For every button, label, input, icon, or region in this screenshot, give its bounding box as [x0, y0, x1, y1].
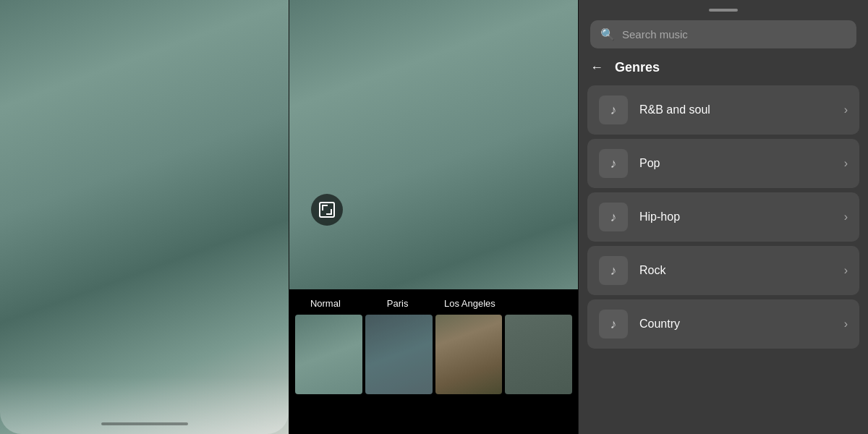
filter-label-extra[interactable]	[506, 298, 578, 309]
genre-name-hiphop: Hip-hop	[639, 210, 833, 224]
panel-phone-gradient	[0, 0, 289, 434]
genre-item-hiphop[interactable]: ♪ Hip-hop ›	[587, 192, 859, 242]
filter-thumb-extra[interactable]	[505, 315, 572, 394]
genre-name-country: Country	[639, 318, 833, 331]
genre-item-country[interactable]: ♪ Country ›	[587, 299, 859, 349]
filter-label-normal[interactable]: Normal	[289, 298, 362, 309]
genre-name-rock: Rock	[639, 264, 833, 277]
chevron-right-icon: ›	[844, 318, 848, 331]
chevron-right-icon: ›	[844, 264, 848, 277]
music-icon-hiphop: ♪	[599, 203, 628, 231]
search-placeholder-text: Search music	[622, 28, 688, 41]
music-icon-pop: ♪	[599, 149, 628, 178]
back-button[interactable]: ←	[590, 60, 603, 75]
music-note-icon: ♪	[610, 210, 617, 225]
capture-button[interactable]	[311, 194, 343, 226]
filter-thumb-paris[interactable]	[365, 315, 433, 394]
music-note-icon: ♪	[610, 317, 617, 332]
filter-thumb-losangeles[interactable]	[435, 315, 503, 394]
filter-strip: Normal Paris Los Angeles	[289, 289, 578, 434]
capture-icon	[319, 202, 335, 218]
chevron-right-icon: ›	[844, 157, 848, 170]
panel-music: 🔍 Search music ← Genres ♪ R&B and soul ›…	[579, 0, 868, 434]
drag-bar	[709, 9, 738, 12]
chevron-right-icon: ›	[844, 103, 848, 116]
phone-bottom-bar	[101, 422, 188, 425]
genre-name-rnb: R&B and soul	[639, 103, 833, 116]
chevron-right-icon: ›	[844, 210, 848, 224]
genres-header: ← Genres	[579, 57, 868, 85]
search-box[interactable]: 🔍 Search music	[590, 20, 856, 48]
search-icon: 🔍	[600, 27, 615, 41]
panel-camera: Normal Paris Los Angeles	[289, 0, 579, 434]
filter-thumbnails	[289, 315, 578, 409]
genre-item-rock[interactable]: ♪ Rock ›	[587, 246, 859, 295]
filter-thumb-normal[interactable]	[295, 315, 362, 394]
drag-handle[interactable]	[579, 0, 868, 17]
genre-list: ♪ R&B and soul › ♪ Pop › ♪ Hip-hop › ♪ R…	[579, 85, 868, 434]
filter-labels: Normal Paris Los Angeles	[289, 289, 578, 315]
search-container: 🔍 Search music	[579, 17, 868, 57]
genres-title: Genres	[615, 60, 660, 75]
music-icon-rnb: ♪	[599, 95, 628, 124]
filter-label-losangeles[interactable]: Los Angeles	[434, 298, 506, 309]
music-note-icon: ♪	[610, 103, 617, 118]
music-note-icon: ♪	[610, 263, 617, 278]
genre-item-rnb[interactable]: ♪ R&B and soul ›	[587, 85, 859, 135]
music-icon-rock: ♪	[599, 256, 628, 285]
filter-label-paris[interactable]: Paris	[362, 298, 434, 309]
music-note-icon: ♪	[610, 156, 617, 171]
genre-name-pop: Pop	[639, 157, 833, 170]
music-icon-country: ♪	[599, 310, 628, 339]
genre-item-pop[interactable]: ♪ Pop ›	[587, 139, 859, 188]
